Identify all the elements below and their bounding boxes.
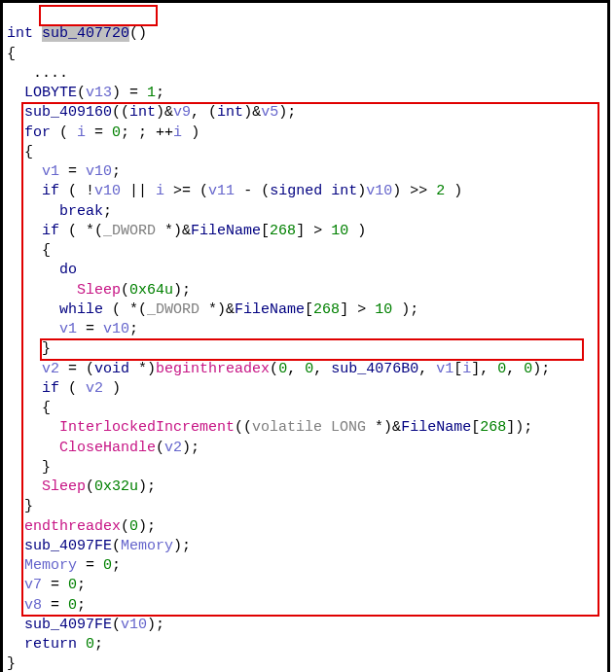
- kw-while: while: [59, 301, 103, 318]
- var-v2: v2: [42, 361, 59, 377]
- sub-4076b0: sub_4076B0: [331, 361, 418, 377]
- var-v1: v1: [436, 361, 453, 377]
- var-v10: v10: [103, 321, 129, 337]
- text: ) =: [112, 85, 147, 101]
- kw-for: for: [24, 124, 51, 141]
- kw-if: if: [42, 223, 59, 239]
- num-268: 268: [270, 223, 296, 239]
- num: 0: [278, 361, 287, 377]
- semi: ;: [156, 85, 164, 101]
- id-filename: FileName: [235, 301, 305, 318]
- num-1: 1: [147, 85, 156, 101]
- kw-return: return: [24, 636, 77, 653]
- kw-int: int: [217, 104, 243, 121]
- brace: }: [42, 340, 51, 357]
- brace-close: }: [7, 655, 16, 672]
- kw-signed-int: signed int: [270, 183, 357, 199]
- func-name-decl: sub_407720: [42, 25, 129, 42]
- call-sub4097fe: sub_4097FE: [24, 617, 112, 633]
- var-v1: v1: [42, 163, 59, 180]
- var-i: i: [462, 361, 471, 377]
- num-10: 10: [331, 223, 348, 239]
- type-dword: _DWORD: [103, 223, 156, 239]
- var-i: i: [77, 124, 86, 141]
- kw-if: if: [42, 380, 59, 397]
- var-v1: v1: [59, 321, 77, 337]
- code-frame: int sub_407720() { .... LOBYTE(v13) = 1;…: [0, 0, 610, 672]
- var-i: i: [156, 183, 164, 199]
- var-v10: v10: [366, 183, 392, 199]
- call-closehandle: CloseHandle: [59, 440, 156, 456]
- type-long: LONG: [331, 419, 366, 436]
- num-268: 268: [480, 419, 506, 436]
- var-v10: v10: [121, 617, 147, 633]
- var-v11: v11: [208, 183, 235, 199]
- brace-open: {: [7, 46, 16, 62]
- num-0: 0: [68, 597, 77, 614]
- num-0: 0: [129, 518, 138, 535]
- highlight-funcname: [39, 5, 158, 26]
- kw-if: if: [42, 183, 59, 199]
- highlight-beginthreadex: [40, 338, 584, 361]
- num-0: 0: [112, 124, 121, 141]
- var-v10: v10: [94, 183, 121, 199]
- num-10: 10: [375, 301, 392, 318]
- brace: }: [42, 459, 51, 476]
- id-filename: FileName: [401, 419, 471, 436]
- kw-int: int: [7, 25, 33, 42]
- num-0x32u: 0x32u: [94, 478, 138, 495]
- brace: }: [24, 498, 33, 514]
- num: 0: [524, 361, 532, 377]
- var-memory: Memory: [24, 557, 77, 574]
- num-2: 2: [436, 183, 445, 199]
- num-0: 0: [68, 577, 77, 593]
- var-i: i: [173, 124, 182, 141]
- num-268: 268: [313, 301, 340, 318]
- call-sub409160: sub_409160: [24, 104, 112, 121]
- kw-break: break: [59, 203, 103, 220]
- call-endthreadex: endthreadex: [24, 518, 121, 535]
- kw-volatile: volatile: [252, 419, 322, 436]
- call-interlockedincrement: InterlockedIncrement: [59, 419, 235, 436]
- call-lobyte: LOBYTE: [24, 85, 77, 101]
- brace: {: [24, 144, 33, 160]
- var-v2: v2: [86, 380, 103, 397]
- num: 0: [497, 361, 506, 377]
- var-v9: v9: [173, 104, 191, 121]
- id-filename: FileName: [191, 223, 261, 239]
- brace: {: [42, 400, 51, 416]
- num-0x64u: 0x64u: [129, 282, 173, 299]
- var-v2: v2: [164, 440, 182, 456]
- kw-int: int: [129, 104, 156, 121]
- brace: {: [42, 242, 51, 259]
- call-beginthreadex: beginthreadex: [156, 361, 270, 377]
- paren: (): [129, 25, 147, 42]
- ellipsis: ....: [33, 65, 68, 82]
- call-sleep: Sleep: [42, 478, 86, 495]
- kw-void: void: [94, 361, 129, 377]
- var-memory: Memory: [121, 538, 173, 554]
- num-0: 0: [103, 557, 112, 574]
- type-dword: _DWORD: [147, 301, 199, 318]
- var-v8: v8: [24, 597, 42, 614]
- var-v13: v13: [86, 85, 112, 101]
- kw-do: do: [59, 262, 77, 278]
- code-block: int sub_407720() { .... LOBYTE(v13) = 1;…: [5, 5, 599, 672]
- var-v10: v10: [86, 163, 112, 180]
- call-sub4097fe: sub_4097FE: [24, 538, 112, 554]
- var-v5: v5: [261, 104, 278, 121]
- var-v7: v7: [24, 577, 42, 593]
- num-0: 0: [86, 636, 94, 653]
- num: 0: [305, 361, 313, 377]
- call-sleep: Sleep: [77, 282, 121, 299]
